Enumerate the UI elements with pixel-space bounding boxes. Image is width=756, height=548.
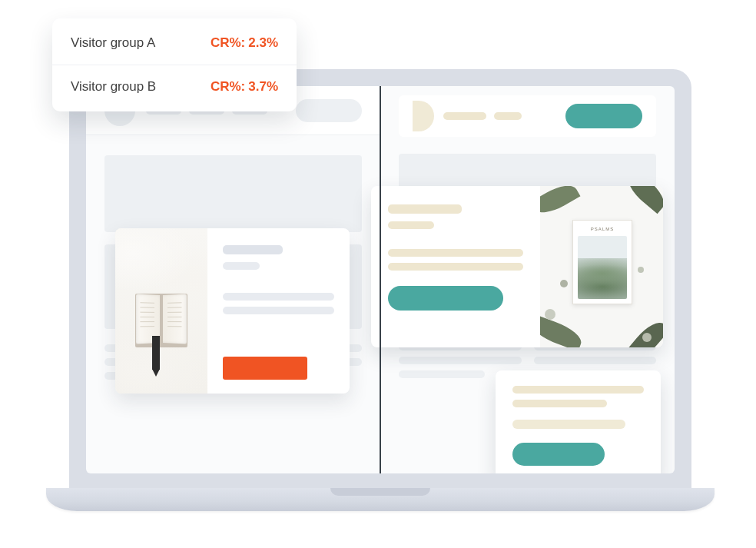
variant-b-header (399, 95, 656, 137)
popup-desc-placeholder (223, 307, 334, 314)
variant-b-small-cta[interactable] (512, 443, 605, 466)
variant-a-hero (104, 155, 362, 232)
variant-b-small-popup (496, 370, 661, 473)
leaf-icon (622, 186, 663, 214)
leaf-icon (540, 314, 585, 347)
laptop-bezel: PSALMS (69, 69, 691, 490)
popup-subtitle-placeholder (388, 221, 434, 229)
laptop-base (46, 488, 715, 511)
print-card: PSALMS (572, 220, 632, 304)
variant-b-popup-body (371, 186, 540, 347)
metric-value: CR%:2.3% (211, 35, 278, 51)
nav-item-placeholder (494, 112, 522, 120)
popup-desc-placeholder (223, 293, 334, 301)
metric-row-group-b: Visitor group B CR%:3.7% (52, 65, 297, 108)
laptop-notch (330, 488, 430, 496)
popup-subtitle-placeholder (223, 262, 260, 270)
variant-b-logo (413, 101, 434, 131)
variant-b-header-cta[interactable] (565, 104, 642, 128)
book-illustration (115, 228, 207, 394)
flower-icon (545, 309, 555, 320)
variant-a-product-popup (115, 228, 350, 394)
leaf-icon (540, 186, 580, 219)
popup-title-placeholder (223, 245, 283, 254)
variant-b-product-popup: PSALMS (371, 186, 663, 347)
variant-b-popup-cta[interactable] (388, 286, 503, 311)
ab-divider (380, 86, 381, 473)
metric-label: Visitor group B (71, 79, 156, 95)
popup-highlight-placeholder (512, 420, 625, 429)
bookmark-icon (152, 336, 160, 370)
print-card-art (578, 236, 627, 299)
variant-a-product-image (115, 228, 207, 394)
laptop-frame: PSALMS (46, 69, 715, 511)
metrics-overlay: Visitor group A CR%:2.3% Visitor group B… (52, 18, 297, 111)
leaf-icon (625, 317, 663, 347)
variant-b-nav (443, 112, 556, 120)
variant-b-pane: PSALMS (380, 86, 675, 473)
metric-value: CR%:3.7% (211, 79, 278, 95)
metric-row-group-a: Visitor group A CR%:2.3% (52, 22, 297, 65)
metric-label: Visitor group A (71, 35, 155, 51)
popup-desc-placeholder (512, 386, 644, 394)
nav-item-placeholder (443, 112, 486, 120)
variant-a-header-cta[interactable] (296, 99, 362, 122)
variant-a-pane (86, 86, 380, 473)
print-card-title: PSALMS (583, 227, 622, 231)
variant-a-popup-body (207, 228, 350, 394)
botanical-illustration: PSALMS (540, 186, 663, 347)
popup-desc-placeholder (388, 263, 523, 271)
popup-desc-placeholder (388, 249, 523, 257)
variant-b-product-image: PSALMS (540, 186, 663, 347)
popup-title-placeholder (388, 204, 462, 214)
variant-a-popup-cta[interactable] (223, 357, 307, 380)
laptop-screen: PSALMS (86, 86, 675, 473)
popup-desc-placeholder (512, 400, 607, 407)
